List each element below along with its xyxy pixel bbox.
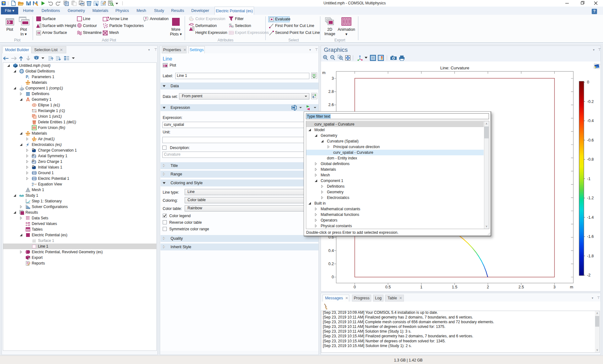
svg-text:2.6: 2.6 [329, 103, 334, 107]
svg-text:D: D [33, 160, 34, 162]
svg-text:-0.2: -0.2 [587, 99, 594, 104]
svg-text:2: 2 [487, 285, 489, 289]
svg-text:e-12: e-12 [26, 224, 30, 226]
svg-text:-1.4: -1.4 [587, 215, 594, 220]
svg-text:au: au [32, 182, 34, 184]
svg-text:P: P [26, 75, 28, 79]
svg-text:-1.6: -1.6 [587, 234, 594, 239]
svg-text:0.4: 0.4 [329, 249, 334, 253]
svg-text:*: * [34, 238, 35, 242]
svg-text:0: 0 [332, 275, 334, 279]
svg-text:1.5: 1.5 [452, 285, 457, 289]
svg-text:-1.2: -1.2 [587, 196, 594, 200]
svg-text:-2: -2 [587, 273, 590, 277]
svg-text:0.2: 0.2 [329, 262, 334, 266]
svg-text:8.85: 8.85 [26, 222, 30, 224]
svg-text:0.5: 0.5 [385, 285, 391, 289]
svg-text:i: i [28, 77, 29, 79]
svg-text:-1.8: -1.8 [587, 254, 594, 258]
svg-text:3: 3 [553, 285, 556, 289]
svg-text:2.5: 2.5 [519, 285, 524, 289]
svg-text:D: D [33, 148, 34, 150]
svg-text:0: 0 [587, 80, 589, 84]
svg-text:m: m [570, 285, 573, 289]
svg-text:0: 0 [354, 285, 356, 289]
svg-text:=f: =f [35, 183, 36, 185]
svg-text:m: m [322, 71, 325, 75]
svg-text:-0.4: -0.4 [587, 119, 594, 123]
svg-text:-0.6: -0.6 [587, 138, 594, 142]
svg-text:-0.8: -0.8 [587, 157, 594, 162]
svg-text:2.8: 2.8 [329, 89, 334, 94]
svg-text:*: * [29, 249, 30, 253]
svg-text:1: 1 [420, 285, 422, 289]
svg-text:D: D [33, 154, 34, 156]
svg-text:D: D [33, 165, 34, 167]
svg-text:Line: Curvature: Line: Curvature [440, 66, 469, 70]
svg-text:3: 3 [332, 76, 334, 81]
svg-text:at: at [32, 184, 34, 186]
svg-text:-1: -1 [587, 177, 590, 181]
